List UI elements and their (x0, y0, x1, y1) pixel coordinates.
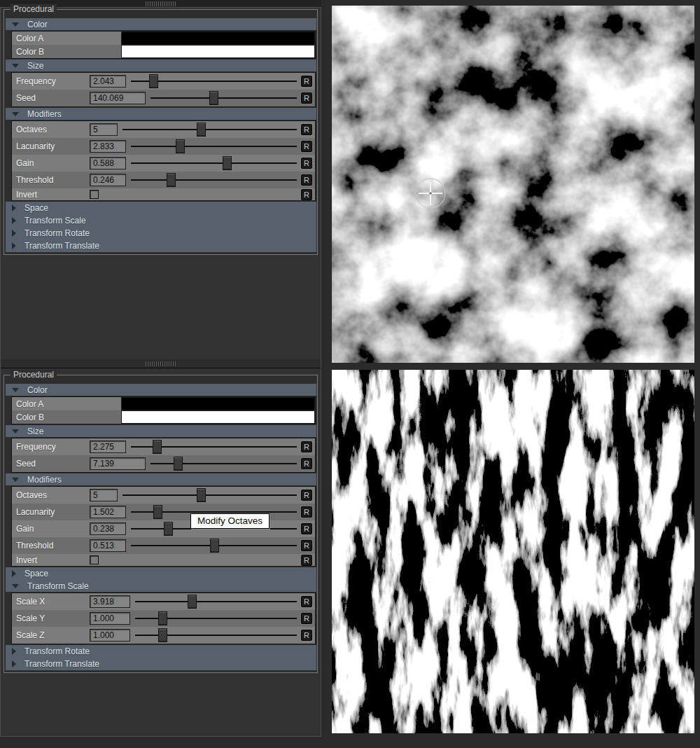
value-field-octaves[interactable]: 5 (90, 123, 118, 136)
slider-handle-scale-y[interactable] (158, 611, 167, 625)
noise-preview-top[interactable] (332, 6, 694, 363)
slider-handle-threshold[interactable] (167, 173, 176, 187)
slider-track-octaves[interactable] (122, 487, 297, 504)
slider-track-scale-y[interactable] (135, 610, 297, 627)
chevron-down-icon (12, 112, 19, 116)
slider-handle-gain[interactable] (223, 156, 232, 170)
section-header-size[interactable]: Size (6, 60, 316, 71)
reset-button-frequency[interactable]: R (301, 76, 312, 87)
value-field-scale-y[interactable]: 1.000 (90, 612, 130, 625)
splitter-grip-middle[interactable] (146, 361, 176, 366)
reset-button-lacunarity[interactable]: R (301, 141, 312, 152)
section-header-transform-rotate[interactable]: Transform Rotate (6, 645, 316, 658)
slider-track-gain[interactable] (131, 155, 297, 172)
slider-handle-lacunarity[interactable] (176, 139, 185, 153)
slider-track-scale-x[interactable] (135, 593, 297, 610)
slider-handle-frequency[interactable] (149, 74, 158, 88)
section-header-transform-scale[interactable]: Transform Scale (6, 214, 316, 227)
slider-track-threshold[interactable] (131, 537, 297, 554)
checkbox-row-invert: InvertR (12, 554, 315, 566)
section-header-modifiers[interactable]: Modifiers (6, 108, 316, 120)
slider-row-frequency: Frequency2.043R (12, 73, 315, 90)
value-field-gain[interactable]: 0.588 (90, 157, 126, 169)
color-row-color-b: Color B (12, 410, 315, 424)
section-label: Transform Scale (24, 216, 86, 226)
slider-handle-scale-z[interactable] (158, 628, 167, 642)
section-header-size[interactable]: Size (6, 425, 316, 437)
color-swatch-color-a[interactable] (121, 397, 315, 410)
reset-button-octaves[interactable]: R (301, 124, 312, 135)
section-label: Transform Translate (24, 659, 99, 669)
slider-track-seed[interactable] (150, 455, 297, 472)
value-field-scale-x[interactable]: 3.918 (90, 595, 130, 608)
slider-track-frequency[interactable] (131, 73, 297, 90)
value-field-seed[interactable]: 140.069 (90, 92, 146, 104)
value-field-lacunarity[interactable]: 2.833 (90, 140, 126, 153)
slider-handle-seed[interactable] (209, 91, 218, 105)
slider-handle-lacunarity[interactable] (153, 505, 162, 519)
slider-track-frequency[interactable] (131, 438, 297, 455)
value-field-lacunarity[interactable]: 1.502 (90, 506, 126, 518)
slider-track-seed[interactable] (150, 90, 297, 106)
slider-handle-gain[interactable] (164, 522, 173, 536)
value-field-seed[interactable]: 7.139 (90, 457, 146, 470)
section-header-transform-translate[interactable]: Transform Translate (6, 658, 316, 670)
slider-track-octaves[interactable] (122, 121, 297, 138)
reset-button-gain[interactable]: R (301, 523, 312, 534)
reset-button-lacunarity[interactable]: R (301, 506, 312, 518)
section-header-color[interactable]: Color (6, 18, 316, 30)
section-label: Modifiers (27, 475, 62, 485)
chevron-right-icon (12, 230, 16, 237)
row-label: Color B (12, 47, 121, 57)
section-header-color[interactable]: Color (6, 384, 316, 396)
reset-button-threshold[interactable]: R (301, 174, 312, 186)
slider-handle-octaves[interactable] (197, 123, 206, 137)
slider-handle-scale-x[interactable] (188, 595, 197, 609)
reset-button-seed[interactable]: R (301, 458, 312, 469)
value-field-scale-z[interactable]: 1.000 (90, 629, 130, 642)
slider-handle-frequency[interactable] (153, 440, 162, 454)
slider-track-threshold[interactable] (131, 172, 297, 188)
slider-handle-threshold[interactable] (210, 539, 219, 553)
slider-track-lacunarity[interactable] (131, 138, 297, 155)
value-field-octaves[interactable]: 5 (90, 489, 118, 501)
slider-row-lacunarity: Lacunarity1.502R (12, 504, 315, 520)
checkbox-invert[interactable] (90, 555, 99, 565)
value-field-gain[interactable]: 0.238 (90, 522, 126, 535)
section-label: Transform Scale (27, 581, 89, 591)
section-header-space[interactable]: Space (6, 567, 316, 580)
checkbox-invert[interactable] (90, 190, 99, 199)
reset-button-threshold[interactable]: R (301, 540, 312, 551)
value-field-threshold[interactable]: 0.513 (90, 539, 126, 552)
reset-button-scale-x[interactable]: R (301, 596, 312, 607)
section-header-transform-scale[interactable]: Transform Scale (6, 580, 316, 592)
section-header-space[interactable]: Space (6, 202, 316, 214)
slider-handle-octaves[interactable] (197, 488, 206, 502)
slider-track-line (131, 146, 297, 147)
color-swatch-color-b[interactable] (121, 45, 315, 58)
slider-handle-seed[interactable] (174, 457, 183, 471)
splitter-grip-top[interactable] (146, 1, 176, 6)
section-header-modifiers[interactable]: Modifiers (6, 473, 316, 485)
slider-row-scale-y: Scale Y1.000R (12, 610, 315, 627)
reset-button-octaves[interactable]: R (301, 490, 312, 501)
section-label: Space (24, 569, 48, 579)
color-swatch-color-a[interactable] (121, 32, 315, 45)
value-field-threshold[interactable]: 0.246 (90, 174, 126, 186)
noise-preview-bottom[interactable] (332, 370, 694, 733)
value-field-frequency[interactable]: 2.043 (90, 75, 126, 88)
value-field-frequency[interactable]: 2.275 (90, 441, 126, 453)
reset-button-seed[interactable]: R (301, 92, 312, 104)
reset-button-gain[interactable]: R (301, 158, 312, 169)
slider-track-line (122, 129, 297, 130)
slider-track-scale-z[interactable] (135, 627, 297, 644)
section-header-transform-rotate[interactable]: Transform Rotate (6, 227, 316, 240)
slider-row-lacunarity: Lacunarity2.833R (12, 138, 315, 155)
reset-button-invert[interactable]: R (301, 189, 312, 200)
reset-button-frequency[interactable]: R (301, 441, 312, 452)
reset-button-scale-z[interactable]: R (301, 630, 312, 641)
color-swatch-color-b[interactable] (121, 410, 315, 424)
reset-button-scale-y[interactable]: R (301, 613, 312, 624)
reset-button-invert[interactable]: R (301, 555, 312, 566)
section-header-transform-translate[interactable]: Transform Translate (6, 240, 316, 252)
